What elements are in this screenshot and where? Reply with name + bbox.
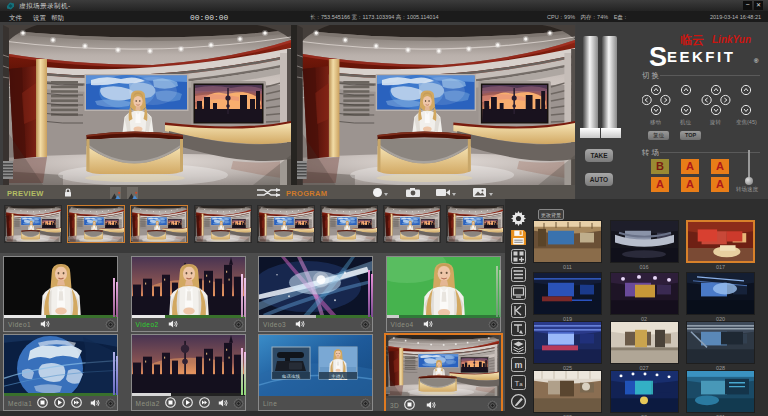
svg-text:电话连线: 电话连线 bbox=[282, 374, 301, 379]
svg-text:m: m bbox=[514, 360, 522, 370]
svg-text:Ta: Ta bbox=[514, 379, 523, 388]
